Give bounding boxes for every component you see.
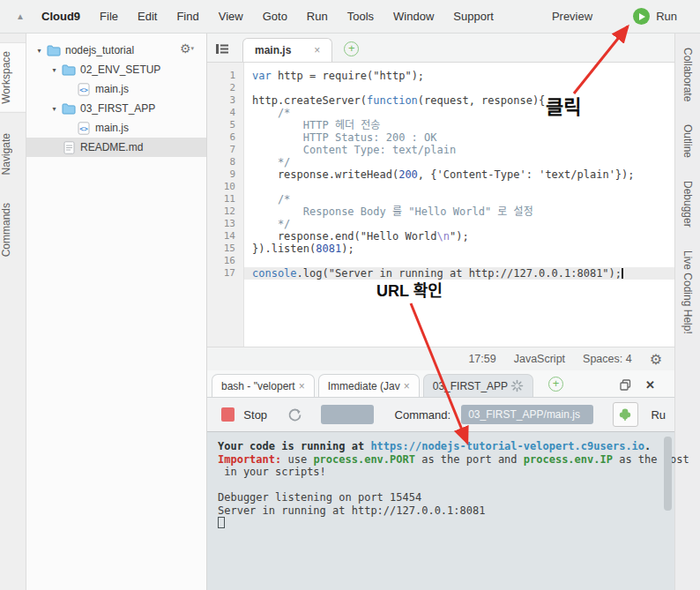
menu-item-edit[interactable]: Edit: [128, 10, 167, 23]
console-token: Your code is running at: [218, 440, 370, 452]
code-token: , {: [418, 168, 437, 181]
menu-item-window[interactable]: Window: [384, 10, 443, 23]
gutter-line-number: 9: [207, 168, 235, 181]
code-token: http.createServer(: [252, 94, 367, 107]
run-play-icon[interactable]: [633, 8, 650, 25]
stop-button-label[interactable]: Stop: [243, 408, 267, 422]
tree-item-02-env-setup[interactable]: ▾02_ENV_SETUP: [26, 60, 206, 79]
console-toolbar: Stop Command: 03_FIRST_APP/main.js Ru: [207, 398, 674, 432]
status-cursor-position[interactable]: 17:59: [468, 353, 495, 365]
console-tab-bash-velopert[interactable]: bash - "velopert×: [212, 374, 315, 397]
sidebar-tab-debugger[interactable]: Debugger: [681, 181, 694, 228]
gutter-line-number: 3: [207, 94, 235, 107]
code-line: [244, 82, 674, 94]
menu-item-view[interactable]: View: [209, 10, 253, 23]
console-output[interactable]: Your code is running at https://nodejs-t…: [207, 432, 674, 590]
gutter-line-number: 10: [207, 181, 235, 193]
console-token: process.env.PORT: [313, 453, 415, 466]
console-tab-03-first-app[interactable]: 03_FIRST_APP: [423, 374, 533, 397]
console-tab-immediate-jav[interactable]: Immediate (Jav×: [318, 374, 420, 397]
debug-mode-button[interactable]: [613, 402, 639, 427]
tree-item-label: main.js: [95, 122, 129, 134]
status-gear-icon[interactable]: ⚙: [650, 351, 662, 368]
tree-item-readme-md[interactable]: README.md: [26, 138, 206, 157]
left-sidebar-rail: WorkspaceNavigateCommands: [0, 34, 26, 590]
code-token: var: [252, 70, 272, 82]
menu-item-file[interactable]: File: [90, 10, 128, 23]
console-token: as the port and: [415, 453, 524, 466]
cloud9-logo-icon[interactable]: ▲: [9, 11, 32, 21]
project-settings-gear-icon[interactable]: ⚙▾: [180, 41, 194, 56]
code-token: :: [526, 168, 539, 181]
console-token: Server in running at http://127.0.0.1:80…: [218, 504, 485, 517]
tree-item-main-js[interactable]: <>main.js: [26, 79, 206, 99]
code-line: response.writeHead(200, {'Content-Type':…: [244, 168, 674, 181]
gutter-line-number: 13: [207, 218, 235, 230]
preview-button[interactable]: Preview: [552, 10, 592, 23]
console-run-button[interactable]: Ru: [651, 408, 666, 422]
close-icon[interactable]: ×: [314, 44, 320, 56]
sidebar-tab-workspace[interactable]: Workspace: [0, 42, 26, 113]
console-scrollbar[interactable]: [664, 437, 672, 511]
gutter-line-number: 15: [207, 243, 235, 255]
menu-item-find[interactable]: Find: [167, 10, 208, 23]
code-token: );: [341, 243, 354, 255]
sidebar-tab-commands[interactable]: Commands: [0, 195, 26, 265]
sidebar-tab-collaborate[interactable]: Collaborate: [681, 48, 694, 101]
run-button[interactable]: Run: [633, 8, 677, 25]
code-line: [244, 181, 674, 193]
stop-icon[interactable]: [221, 407, 235, 422]
gutter-line-number: 16: [207, 255, 235, 267]
sidebar-tab-live-coding-help[interactable]: Live Coding Help!: [681, 250, 694, 334]
new-tab-plus-icon[interactable]: +: [344, 41, 359, 56]
console-line: Important: use process.env.PORT as the p…: [218, 453, 664, 467]
menu-item-goto[interactable]: Goto: [253, 10, 297, 23]
console-token: in your scripts!: [218, 466, 326, 478]
sidebar-tab-navigate[interactable]: Navigate: [0, 125, 26, 183]
expander-icon[interactable]: ▾: [48, 66, 60, 74]
sidebar-tab-outline[interactable]: Outline: [681, 124, 694, 158]
spinner-icon: [510, 379, 524, 392]
tree-item-03-first-app[interactable]: ▾03_FIRST_APP: [26, 99, 206, 118]
expander-icon[interactable]: ▾: [48, 105, 60, 113]
code-line: HTTP 헤더 전송: [244, 119, 674, 131]
status-language[interactable]: JavaScript: [514, 353, 565, 365]
editor-code-area[interactable]: var http = require("http");http.createSe…: [244, 63, 674, 347]
tree-item-main-js[interactable]: <>main.js: [26, 118, 206, 138]
svg-text:<>: <>: [79, 86, 88, 93]
code-line: Content Type: text/plain: [244, 144, 674, 156]
tree-item-label: nodejs_tutorial: [65, 44, 134, 56]
expander-icon[interactable]: ▾: [34, 47, 45, 55]
gutter-line-number: 7: [207, 144, 235, 156]
menu-item-cloud9[interactable]: Cloud9: [32, 10, 90, 23]
center-panel: main.js× + 1234567891011121314151617 var…: [207, 34, 674, 590]
menu-item-support[interactable]: Support: [443, 10, 503, 23]
status-spaces[interactable]: Spaces: 4: [583, 353, 632, 365]
tab-list-icon[interactable]: [211, 37, 234, 60]
menu-item-run[interactable]: Run: [297, 10, 338, 23]
code-token: response.writeHead(: [252, 168, 398, 181]
folder-icon: [45, 44, 63, 56]
menu-item-tools[interactable]: Tools: [338, 10, 384, 23]
console-line: in your scripts!: [218, 466, 664, 479]
gutter-line-number: 2: [207, 82, 235, 94]
console-tab-label: bash - "velopert: [221, 380, 295, 392]
close-icon[interactable]: ×: [299, 380, 305, 392]
close-icon[interactable]: ×: [404, 380, 410, 392]
code-editor[interactable]: 1234567891011121314151617 var http = req…: [207, 63, 674, 347]
tree-item-label: README.md: [80, 141, 143, 153]
console-token: process.env.IP: [524, 453, 613, 466]
console-token: Debugger listening on port 15454: [218, 491, 421, 504]
new-console-tab-plus-icon[interactable]: +: [548, 377, 563, 392]
command-input[interactable]: 03_FIRST_APP/main.js: [461, 405, 592, 424]
code-line: var http = require("http");: [244, 70, 674, 82]
console-tab-label: 03_FIRST_APP: [433, 380, 508, 392]
restart-icon[interactable]: [287, 407, 303, 423]
tree-item-label: main.js: [95, 83, 129, 95]
tree-item-label: 03_FIRST_APP: [80, 102, 155, 115]
close-panel-icon[interactable]: ✕: [645, 378, 655, 392]
editor-tab-main-js[interactable]: main.js×: [242, 38, 332, 62]
tree-item-nodejs-tutorial[interactable]: ▾nodejs_tutorial⚙▾: [26, 41, 206, 60]
runner-select-button[interactable]: [321, 405, 373, 424]
restore-panel-icon[interactable]: [620, 379, 631, 391]
